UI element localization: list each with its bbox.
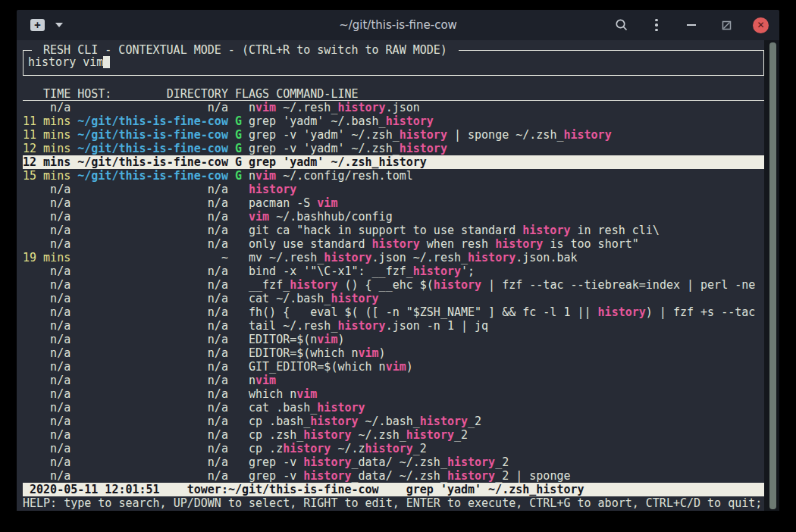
search-icon-glyph <box>615 18 628 32</box>
history-row[interactable]: n/a n/a cp .zsh_history ~/.zsh_history_2 <box>23 428 764 442</box>
help-line: HELP: type to search, UP/DOWN to select,… <box>23 496 764 510</box>
history-row[interactable]: n/a n/a git ca "hack in support to use s… <box>23 224 764 237</box>
close-button[interactable]: ✕ <box>753 17 769 33</box>
text-cursor <box>103 56 110 68</box>
history-row[interactable]: 11 mins ~/git/this-is-fine-cow G grep 'y… <box>23 114 764 128</box>
resh-search-panel: RESH CLI - CONTEXTUAL MODE - (CTRL+R to … <box>23 50 764 76</box>
history-row[interactable]: n/a n/a fh() { eval $( ([ -n "$ZSH_NAME"… <box>23 305 764 319</box>
history-row[interactable]: n/a n/a cp .zhistory ~/.zhistory_2 <box>23 442 764 455</box>
history-row[interactable]: n/a n/a pacman -S vim <box>23 196 764 210</box>
restore-icon <box>722 20 732 30</box>
history-row[interactable]: n/a n/a history <box>23 183 764 196</box>
status-bar: 2020-05-11 12:01:51 tower:~/git/this-is-… <box>23 483 764 496</box>
history-row[interactable]: n/a n/a only use standard history when r… <box>23 237 764 251</box>
history-row[interactable]: 15 mins ~/git/this-is-fine-cow G nvim ~/… <box>23 169 764 183</box>
history-row[interactable]: n/a n/a EDITOR=$(nvim) <box>23 333 764 346</box>
terminal-window: + ~/git/this-is-fine-cow ✕ <box>17 10 779 511</box>
history-row[interactable]: n/a n/a grep -v history_data/ ~/.zsh_his… <box>23 469 764 483</box>
search-input[interactable]: history vim <box>28 55 110 69</box>
history-row[interactable]: n/a n/a which nvim <box>23 387 764 401</box>
history-row[interactable]: n/a n/a vim ~/.bashhub/config <box>23 210 764 224</box>
history-row-selected[interactable]: 12 mins ~/git/this-is-fine-cow G grep 'y… <box>23 155 764 169</box>
search-icon[interactable] <box>613 17 630 33</box>
history-row[interactable]: n/a n/a cat ~/.bash_history <box>23 292 764 305</box>
history-row[interactable]: n/a n/a grep -v history_data/ ~/.zsh_his… <box>23 455 764 469</box>
history-table-header: TIME HOST: DIRECTORY FLAGS COMMAND-LINE <box>23 87 764 101</box>
history-row[interactable]: n/a n/a cp .bash_history ~/.bash_history… <box>23 415 764 428</box>
search-query-text: history vim <box>28 55 103 69</box>
history-row[interactable]: n/a n/a tail ~/.resh_history.json -n 1 |… <box>23 319 764 333</box>
scrollbar-thumb[interactable] <box>769 42 776 509</box>
terminal-content: RESH CLI - CONTEXTUAL MODE - (CTRL+R to … <box>17 40 779 511</box>
history-row[interactable]: 11 mins ~/git/this-is-fine-cow G grep -v… <box>23 128 764 142</box>
titlebar: + ~/git/this-is-fine-cow ✕ <box>17 10 779 40</box>
history-row[interactable]: n/a n/a __fzf_history () { __ehc $(histo… <box>23 278 764 292</box>
history-row[interactable]: 19 mins ~ mv ~/.resh_history.json ~/.res… <box>23 251 764 264</box>
scrollbar-track[interactable] <box>764 40 779 511</box>
history-row[interactable]: n/a n/a cat .bash_history <box>23 401 764 415</box>
history-row[interactable]: n/a n/a EDITOR=$(which nvim) <box>23 346 764 360</box>
history-row[interactable]: n/a n/a nvim ~/.resh_history.json <box>23 101 764 114</box>
history-row[interactable]: n/a n/a nvim <box>23 374 764 387</box>
history-row[interactable]: n/a n/a bind -x '"\C-x1": __fzf_history'… <box>23 264 764 278</box>
history-row[interactable]: 12 mins ~/git/this-is-fine-cow G grep -v… <box>23 142 764 155</box>
history-list: n/a n/a nvim ~/.resh_history.json11 mins… <box>23 101 764 483</box>
menu-kebab-icon[interactable] <box>648 17 665 33</box>
restore-button[interactable] <box>718 17 735 33</box>
history-row[interactable]: n/a n/a GIT_EDITOR=$(which nvim) <box>23 360 764 374</box>
minimize-button[interactable] <box>683 17 700 33</box>
